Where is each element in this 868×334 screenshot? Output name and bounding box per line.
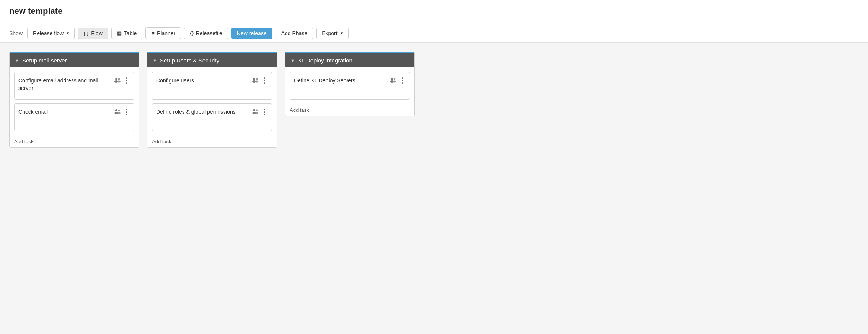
task-card-task-5[interactable]: Define XL Deploy Servers ⋮ bbox=[290, 72, 410, 100]
phase-title-1: Setup mail server bbox=[22, 57, 67, 64]
phase-collapse-arrow-3[interactable]: ▼ bbox=[290, 58, 295, 63]
svg-point-12 bbox=[253, 109, 255, 111]
add-phase-button[interactable]: Add Phase bbox=[276, 28, 313, 39]
main-content: ▼ Setup mail server Configure email addr… bbox=[0, 43, 868, 331]
add-task-btn-phase-1[interactable]: Add task bbox=[10, 136, 139, 147]
svg-point-2 bbox=[118, 78, 120, 80]
svg-point-16 bbox=[391, 78, 393, 80]
more-menu-icon-task-1[interactable]: ⋮ bbox=[123, 77, 130, 84]
team-icon-task-4[interactable] bbox=[252, 109, 259, 115]
toolbar: Show Release flow ⫿⫿ Flow ▦ Table ≡ Plan… bbox=[0, 24, 868, 43]
phase-collapse-arrow-1[interactable]: ▼ bbox=[15, 58, 19, 63]
add-task-btn-phase-3[interactable]: Add task bbox=[285, 104, 414, 116]
task-actions-task-2: ⋮ bbox=[114, 108, 130, 115]
export-button[interactable]: Export bbox=[316, 28, 348, 39]
task-title-task-3: Configure users bbox=[156, 77, 249, 85]
planner-button[interactable]: ≡ Planner bbox=[145, 27, 181, 39]
flow-icon: ⫿⫿ bbox=[83, 30, 89, 36]
new-release-button[interactable]: New release bbox=[231, 28, 272, 39]
flow-button[interactable]: ⫿⫿ Flow bbox=[78, 28, 108, 39]
add-task-btn-phase-2[interactable]: Add task bbox=[147, 136, 277, 147]
phase-column-3: ▼ XL Deploy integration Define XL Deploy… bbox=[285, 52, 415, 116]
task-card-task-3[interactable]: Configure users ⋮ bbox=[152, 72, 272, 100]
svg-point-18 bbox=[394, 78, 396, 80]
phase-collapse-arrow-2[interactable]: ▼ bbox=[153, 58, 157, 63]
show-label: Show bbox=[9, 30, 23, 36]
svg-point-6 bbox=[118, 109, 120, 111]
team-icon-task-3[interactable] bbox=[252, 77, 259, 84]
releasefile-button[interactable]: {} Releasefile bbox=[184, 28, 228, 39]
task-title-task-2: Check email bbox=[18, 108, 111, 116]
more-menu-icon-task-5[interactable]: ⋮ bbox=[399, 77, 406, 84]
phase-title-3: XL Deploy integration bbox=[298, 57, 352, 64]
table-icon: ▦ bbox=[117, 30, 122, 36]
releasefile-icon: {} bbox=[190, 31, 193, 36]
task-card-task-2[interactable]: Check email ⋮ bbox=[14, 103, 134, 131]
table-button[interactable]: ▦ Table bbox=[111, 28, 142, 39]
task-card-task-4[interactable]: Define roles & global permissions ⋮ bbox=[152, 103, 272, 131]
svg-point-19 bbox=[393, 80, 396, 82]
team-icon-task-2[interactable] bbox=[114, 109, 121, 115]
task-actions-task-1: ⋮ bbox=[114, 77, 130, 84]
task-actions-task-5: ⋮ bbox=[390, 77, 406, 84]
svg-point-11 bbox=[255, 80, 258, 82]
task-actions-task-4: ⋮ bbox=[252, 108, 268, 115]
team-icon-task-5[interactable] bbox=[390, 77, 396, 84]
svg-point-3 bbox=[117, 80, 121, 82]
task-card-task-1[interactable]: Configure email address and mail server … bbox=[14, 72, 134, 100]
task-actions-task-3: ⋮ bbox=[252, 77, 268, 84]
release-flow-button[interactable]: Release flow bbox=[27, 28, 75, 39]
svg-point-0 bbox=[115, 78, 117, 80]
svg-point-14 bbox=[256, 109, 258, 111]
phase-header-1[interactable]: ▼ Setup mail server bbox=[10, 52, 139, 67]
svg-point-7 bbox=[117, 112, 121, 114]
more-menu-icon-task-2[interactable]: ⋮ bbox=[123, 108, 130, 115]
phase-body-2: Configure users ⋮ Define roles & global … bbox=[147, 67, 277, 136]
page-title: new template bbox=[9, 6, 859, 16]
phase-header-3[interactable]: ▼ XL Deploy integration bbox=[285, 52, 414, 67]
phase-body-1: Configure email address and mail server … bbox=[10, 67, 139, 136]
task-title-task-1: Configure email address and mail server bbox=[18, 77, 111, 92]
svg-point-8 bbox=[253, 78, 255, 80]
svg-point-4 bbox=[115, 109, 117, 111]
task-title-task-5: Define XL Deploy Servers bbox=[294, 77, 387, 85]
phase-title-2: Setup Users & Security bbox=[160, 57, 219, 64]
planner-icon: ≡ bbox=[151, 30, 155, 36]
svg-point-15 bbox=[255, 112, 258, 114]
phase-column-1: ▼ Setup mail server Configure email addr… bbox=[9, 52, 139, 148]
task-title-task-4: Define roles & global permissions bbox=[156, 108, 249, 116]
phase-column-2: ▼ Setup Users & Security Configure users… bbox=[147, 52, 277, 148]
phase-header-2[interactable]: ▼ Setup Users & Security bbox=[147, 52, 277, 67]
more-menu-icon-task-3[interactable]: ⋮ bbox=[261, 77, 268, 84]
svg-point-10 bbox=[256, 78, 258, 80]
more-menu-icon-task-4[interactable]: ⋮ bbox=[261, 108, 268, 115]
phase-body-3: Define XL Deploy Servers ⋮ bbox=[285, 67, 414, 104]
team-icon-task-1[interactable] bbox=[114, 77, 121, 84]
